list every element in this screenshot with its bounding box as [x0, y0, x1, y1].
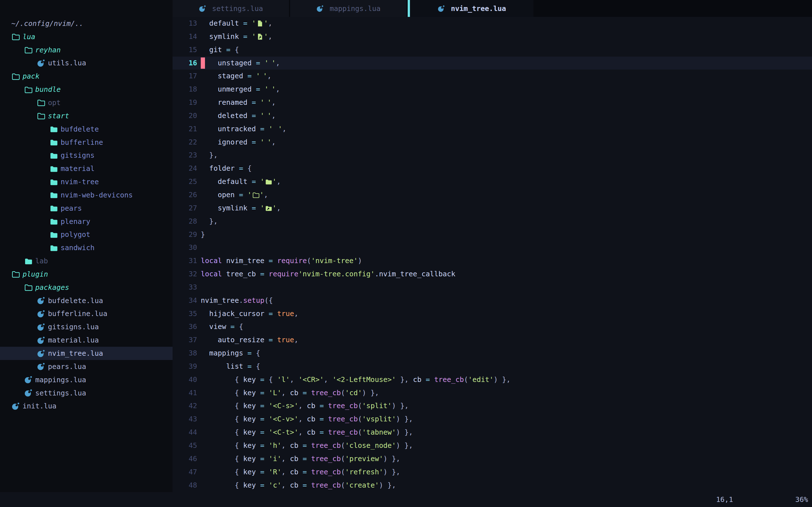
code-line-43[interactable]: 43 { key = '<C-v>', cb = tree_cb('vsplit… — [172, 413, 812, 426]
code-line-32[interactable]: 32local tree_cb = require'nvim-tree.conf… — [172, 268, 812, 281]
tree-item-sandwich[interactable]: sandwich — [0, 241, 172, 255]
tree-item-label: nvim-tree — [61, 178, 99, 186]
code-line-44[interactable]: 44 { key = '<C-t>', cb = tree_cb('tabnew… — [172, 426, 812, 439]
code-line-40[interactable]: 40 { key = { 'l', '<CR>', '<2-LeftMouse>… — [172, 373, 812, 386]
code-line-36[interactable]: 36 view = { — [172, 320, 812, 334]
code-line-27[interactable]: 27 symlink = '', — [172, 202, 812, 215]
folder-icon — [24, 257, 33, 265]
tree-item-nvim-tree[interactable]: nvim-tree — [0, 175, 172, 188]
tree-item-utils-lua[interactable]: utils.lua — [0, 57, 172, 70]
code-line-37[interactable]: 37 auto_resize = true, — [172, 334, 812, 347]
code-line-34[interactable]: 34nvim_tree.setup({ — [172, 294, 812, 307]
tree-item-lab[interactable]: lab — [0, 255, 172, 268]
tree-item-label: mappings.lua — [35, 376, 86, 384]
code-text: }, — [201, 149, 218, 162]
tree-root[interactable]: ~/.config/nvim/.. — [0, 17, 172, 30]
tree-item-material-lua[interactable]: material.lua — [0, 334, 172, 347]
line-number: 26 — [172, 188, 201, 202]
code-text: default = '', — [201, 17, 272, 30]
tab-nvim-tree-lua[interactable]: nvim_tree.lua — [410, 0, 534, 17]
code-line-26[interactable]: 26 open = '', — [172, 188, 812, 202]
code-text: { key = { 'l', '<CR>', '<2-LeftMouse>' }… — [201, 373, 511, 386]
tree-item-nvim-tree-lua[interactable]: nvim_tree.lua — [0, 347, 172, 360]
tree-item-settings-lua[interactable]: settings.lua — [0, 386, 172, 400]
line-number: 30 — [172, 241, 201, 255]
tree-item-reyhan[interactable]: reyhan — [0, 43, 172, 57]
code-line-30[interactable]: 30 — [172, 241, 812, 255]
tab-settings-lua[interactable]: settings.lua — [172, 0, 289, 17]
tree-item-packages[interactable]: packages — [0, 281, 172, 294]
code-line-41[interactable]: 41 { key = 'L', cb = tree_cb('cd') }, — [172, 386, 812, 400]
tree-item-pears[interactable]: pears — [0, 202, 172, 215]
code-line-23[interactable]: 23 }, — [172, 149, 812, 162]
code-line-39[interactable]: 39 list = { — [172, 360, 812, 373]
line-number: 13 — [172, 17, 201, 30]
tree-item-plenary[interactable]: plenary — [0, 215, 172, 228]
code-line-20[interactable]: 20 deleted = '', — [172, 109, 812, 122]
tree-item-init-lua[interactable]: init.lua — [0, 399, 172, 413]
line-number: 14 — [172, 30, 201, 43]
tree-item-pears-lua[interactable]: pears.lua — [0, 360, 172, 373]
code-line-24[interactable]: 24 folder = { — [172, 162, 812, 175]
line-number: 28 — [172, 215, 201, 228]
tree-item-bufferline[interactable]: bufferline — [0, 136, 172, 149]
code-line-31[interactable]: 31local nvim_tree = require('nvim-tree') — [172, 255, 812, 268]
tree-item-bufdelete[interactable]: bufdelete — [0, 122, 172, 136]
tree-item-gitsigns-lua[interactable]: gitsigns.lua — [0, 320, 172, 334]
code-text: auto_resize = true, — [201, 334, 298, 347]
tree-item-plugin[interactable]: plugin — [0, 268, 172, 281]
lua-file-icon — [24, 376, 33, 384]
code-line-33[interactable]: 33 — [172, 281, 812, 294]
tree-item-nvim-web-devicons[interactable]: nvim-web-devicons — [0, 188, 172, 202]
line-number: 33 — [172, 281, 201, 294]
code-line-46[interactable]: 46 { key = 'i', cb = tree_cb('preview') … — [172, 452, 812, 466]
folder-icon — [49, 204, 58, 212]
folder-icon — [49, 244, 58, 252]
code-line-16[interactable]: 16 unstaged = '', — [172, 57, 812, 70]
code-line-21[interactable]: 21 untracked = '', — [172, 122, 812, 136]
code-line-38[interactable]: 38 mappings = { — [172, 347, 812, 360]
tree-item-gitsigns[interactable]: gitsigns — [0, 149, 172, 162]
tree-item-mappings-lua[interactable]: mappings.lua — [0, 373, 172, 386]
code-line-47[interactable]: 47 { key = 'R', cb = tree_cb('refresh') … — [172, 466, 812, 479]
tree-item-polygot[interactable]: polygot — [0, 228, 172, 241]
code-line-22[interactable]: 22 ignored = '', — [172, 136, 812, 149]
tree-item-start[interactable]: start — [0, 109, 172, 122]
code-text: local nvim_tree = require('nvim-tree') — [201, 255, 362, 268]
code-line-28[interactable]: 28 }, — [172, 215, 812, 228]
code-line-19[interactable]: 19 renamed = '', — [172, 96, 812, 109]
line-number: 34 — [172, 294, 201, 307]
tab-mappings-lua[interactable]: mappings.lua — [290, 0, 407, 17]
tree-item-bufdelete-lua[interactable]: bufdelete.lua — [0, 294, 172, 307]
tree-item-pack[interactable]: pack — [0, 69, 172, 83]
tree-item-label: sandwich — [61, 244, 94, 252]
code-line-14[interactable]: 14 symlink = '', — [172, 30, 812, 43]
tree-item-material[interactable]: material — [0, 162, 172, 175]
code-line-15[interactable]: 15 git = { — [172, 43, 812, 57]
code-line-17[interactable]: 17 staged = '', — [172, 69, 812, 83]
code-line-42[interactable]: 42 { key = '<C-s>', cb = tree_cb('split'… — [172, 399, 812, 413]
tree-item-lua[interactable]: lua — [0, 30, 172, 43]
code-text: untracked = '', — [201, 122, 287, 136]
code-line-25[interactable]: 25 default = '', — [172, 175, 812, 188]
code-line-35[interactable]: 35 hijack_cursor = true, — [172, 307, 812, 321]
code-line-18[interactable]: 18 unmerged = '', — [172, 83, 812, 96]
code-line-45[interactable]: 45 { key = 'h', cb = tree_cb('close_node… — [172, 439, 812, 452]
line-number: 37 — [172, 334, 201, 347]
tree-item-opt[interactable]: opt — [0, 96, 172, 109]
folder-open-icon — [37, 98, 45, 107]
code-line-29[interactable]: 29} — [172, 228, 812, 241]
code-line-13[interactable]: 13 default = '', — [172, 17, 812, 30]
code-text: hijack_cursor = true, — [201, 307, 298, 321]
code-line-48[interactable]: 48 { key = 'c', cb = tree_cb('create') }… — [172, 479, 812, 492]
folder-icon — [265, 178, 272, 185]
lua-file-icon — [11, 402, 20, 410]
lua-file-icon — [37, 309, 45, 318]
folder-icon — [49, 138, 58, 147]
code-text: { key = 'R', cb = tree_cb('refresh') }, — [201, 466, 400, 479]
line-number: 47 — [172, 466, 201, 479]
folder-open-icon — [11, 33, 20, 41]
tree-item-bundle[interactable]: bundle — [0, 83, 172, 96]
tree-item-bufferline-lua[interactable]: bufferline.lua — [0, 307, 172, 321]
tree-item-label: opt — [48, 99, 61, 107]
